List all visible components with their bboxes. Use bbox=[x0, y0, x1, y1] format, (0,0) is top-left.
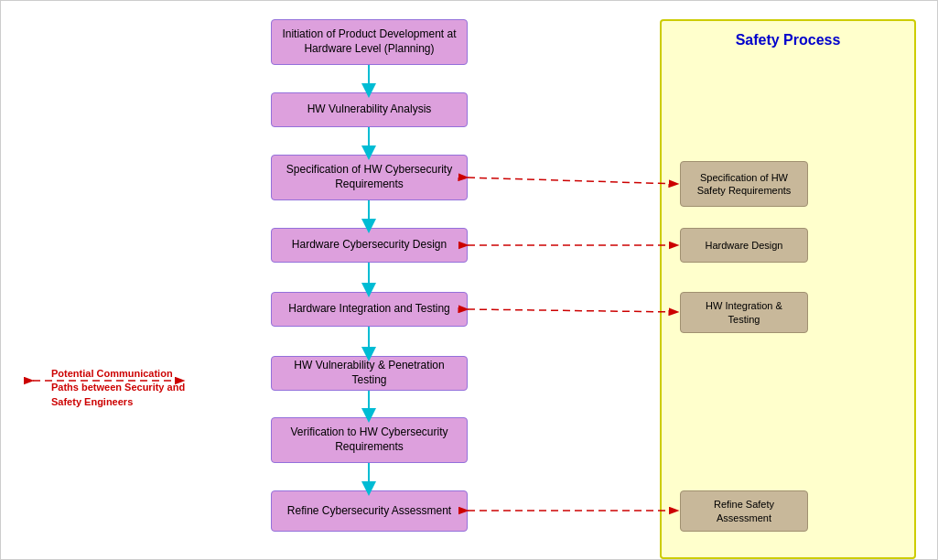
flow-box-5: Hardware Integration and Testing bbox=[271, 292, 468, 327]
flow-box-2: HW Vulnerability Analysis bbox=[271, 92, 468, 127]
legend-text: Potential CommunicationPaths between Sec… bbox=[51, 367, 185, 409]
flow-box-3: Specification of HW Cybersecurity Requir… bbox=[271, 155, 468, 200]
flow-box-7: Verification to HW Cybersecurity Require… bbox=[271, 417, 468, 463]
flow-box-4: Hardware Cybersecurity Design bbox=[271, 228, 468, 263]
safety-box-3: HW Integration & Testing bbox=[680, 292, 808, 333]
safety-box-2: Hardware Design bbox=[680, 228, 808, 263]
flow-box-8: Refine Cybersecurity Assessment bbox=[271, 490, 468, 532]
diagram-container: Safety Process Initiation of Product Dev… bbox=[0, 0, 938, 560]
svg-line-12 bbox=[468, 309, 678, 312]
svg-line-10 bbox=[468, 178, 678, 184]
safety-box-4: Refine Safety Assessment bbox=[680, 490, 808, 532]
safety-process-title: Safety Process bbox=[662, 32, 914, 48]
safety-process-container: Safety Process bbox=[660, 19, 916, 559]
flow-box-6: HW Vulnerability & Penetration Testing bbox=[271, 356, 468, 391]
safety-box-1: Specification of HW Safety Requirements bbox=[680, 161, 808, 207]
flow-box-1: Initiation of Product Development at Har… bbox=[271, 19, 468, 65]
